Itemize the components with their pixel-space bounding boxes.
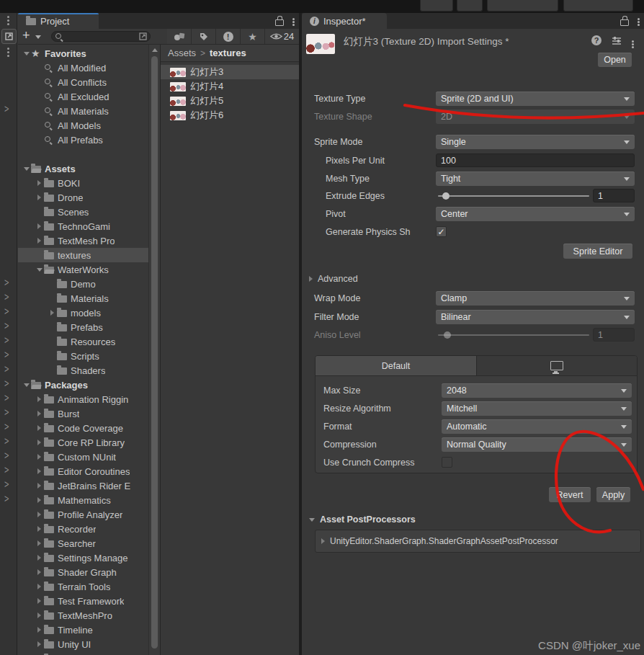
foldout-closed-icon[interactable] [37, 612, 41, 618]
tree-row[interactable]: Custom NUnit [18, 450, 148, 464]
toolbar-partial-button[interactable] [420, 0, 453, 12]
tree-row[interactable]: Unity UI [18, 637, 148, 651]
tree-row[interactable]: TextMesh Pro [18, 233, 148, 248]
add-asset-dropdown-icon[interactable] [35, 35, 41, 39]
collapse-chevron-icon[interactable]: > [4, 336, 9, 346]
collapse-chevron-icon[interactable]: > [4, 437, 9, 447]
unlock-icon[interactable] [275, 19, 284, 26]
foldout-closed-icon[interactable] [37, 483, 41, 489]
platform-tab-default[interactable]: Default [316, 356, 476, 375]
foldout-closed-icon[interactable] [37, 454, 41, 460]
collapse-chevron-icon[interactable]: > [4, 379, 9, 389]
tree-row[interactable]: Shader Graph [18, 565, 148, 579]
tree-row[interactable]: JetBrains Rider E [18, 478, 148, 493]
sprite-mode-dropdown[interactable]: Single [436, 135, 635, 149]
apply-button[interactable]: Apply [596, 487, 630, 502]
foldout-closed-icon[interactable] [37, 512, 41, 517]
resize-algorithm-dropdown[interactable]: Mitchell [442, 401, 632, 416]
tree-row[interactable]: Test Framework [18, 594, 148, 608]
foldout-closed-icon[interactable] [37, 569, 41, 575]
file-row[interactable]: 幻灯片4 [161, 79, 299, 94]
tree-row[interactable]: Terrain Tools [18, 579, 148, 594]
tree-row[interactable]: All Prefabs [18, 133, 148, 147]
collapse-chevron-icon[interactable]: > [4, 365, 9, 375]
filter-by-type-button[interactable] [167, 29, 192, 44]
breadcrumb-root[interactable]: Assets [168, 48, 196, 58]
file-row[interactable]: 幻灯片6 [161, 108, 299, 122]
foldout-closed-icon[interactable] [37, 598, 41, 604]
tree-row[interactable]: Editor Coroutines [18, 464, 148, 478]
tree-row[interactable]: All Models [18, 118, 148, 133]
layout-dropdown-partial[interactable] [563, 0, 633, 12]
use-crunch-checkbox[interactable] [442, 457, 452, 468]
extrude-edges-slider[interactable] [438, 195, 589, 197]
postprocessor-item[interactable]: UnityEditor.ShaderGraph.ShaderGraphAsset… [315, 530, 641, 553]
foldout-closed-icon[interactable] [37, 468, 41, 474]
tree-row[interactable]: Scripts [18, 349, 148, 363]
collapse-chevron-icon[interactable]: > [4, 307, 9, 317]
collapse-chevron-icon[interactable]: > [4, 104, 9, 115]
tree-row[interactable]: ★Favorites [18, 46, 148, 61]
collapse-chevron-icon[interactable]: > [4, 350, 9, 360]
kebab-menu-icon[interactable] [7, 16, 9, 18]
tree-row[interactable]: Universal RP [18, 651, 148, 655]
tree-row[interactable]: Profile Analyzer [18, 507, 148, 522]
pivot-dropdown[interactable]: Center [436, 207, 635, 221]
collapse-chevron-icon[interactable]: > [4, 293, 9, 303]
foldout-closed-icon[interactable] [50, 310, 54, 316]
kebab-menu-icon[interactable] [7, 48, 9, 50]
tree-row[interactable]: Animation Riggin [18, 392, 148, 406]
kebab-menu-icon[interactable] [632, 40, 634, 43]
add-asset-button[interactable]: + [22, 28, 30, 43]
scrollbar-thumb[interactable] [151, 56, 158, 649]
foldout-closed-icon[interactable] [37, 238, 41, 244]
tree-row[interactable]: Recorder [18, 522, 148, 536]
kebab-menu-icon[interactable] [638, 18, 640, 20]
texture-type-dropdown[interactable]: Sprite (2D and UI) [436, 92, 635, 106]
tree-row[interactable]: Timeline [18, 623, 148, 637]
foldout-closed-icon[interactable] [37, 584, 41, 589]
open-button[interactable]: Open [598, 53, 632, 67]
file-row[interactable]: 幻灯片5 [161, 94, 299, 108]
foldout-open-icon[interactable] [24, 167, 30, 171]
tree-row[interactable]: Packages [18, 378, 148, 392]
collapse-chevron-icon[interactable]: > [4, 494, 9, 504]
platform-tab-standalone[interactable] [476, 356, 637, 375]
advanced-foldout[interactable]: Advanced [309, 272, 358, 285]
toolbar-partial-button[interactable] [457, 0, 483, 12]
tree-row[interactable]: All Modified [18, 61, 148, 75]
collapse-chevron-icon[interactable]: > [4, 465, 9, 476]
tree-row[interactable]: Resources [18, 334, 148, 349]
tree-row[interactable]: Searcher [18, 536, 148, 551]
foldout-closed-icon[interactable] [37, 526, 41, 532]
tree-row[interactable]: Code Coverage [18, 421, 148, 435]
presets-icon[interactable] [612, 36, 622, 45]
foldout-closed-icon[interactable] [37, 195, 41, 200]
asset-postprocessors-foldout[interactable]: Asset PostProcessors [309, 513, 416, 526]
collapse-chevron-icon[interactable]: > [4, 422, 9, 432]
hidden-packages-warning-button[interactable]: ! [216, 29, 241, 44]
favorites-filter-button[interactable]: ★ [241, 29, 265, 44]
extrude-edges-slider-thumb[interactable] [442, 192, 450, 200]
file-row[interactable]: 幻灯片3 [161, 65, 299, 79]
filter-by-label-button[interactable] [192, 29, 216, 44]
collapse-chevron-icon[interactable]: > [4, 278, 9, 288]
tab-project[interactable]: Project [18, 13, 99, 29]
search-input[interactable] [51, 31, 151, 42]
tree-row[interactable]: TechnoGami [18, 219, 148, 233]
tree-row[interactable]: Prefabs [18, 320, 148, 334]
tree-row[interactable]: models [18, 306, 148, 320]
foldout-open-icon[interactable] [37, 268, 43, 272]
foldout-closed-icon[interactable] [37, 540, 41, 546]
unlock-icon[interactable] [620, 19, 629, 26]
pixels-per-unit-field[interactable]: 100 [436, 153, 635, 167]
tree-row[interactable]: BOKI [18, 176, 148, 190]
foldout-closed-icon[interactable] [37, 555, 41, 561]
tree-row[interactable]: Mathematics [18, 493, 148, 507]
format-dropdown[interactable]: Automatic [442, 419, 632, 434]
max-size-dropdown[interactable]: 2048 [442, 383, 632, 398]
foldout-closed-icon[interactable] [37, 497, 41, 503]
help-icon[interactable]: ? [591, 35, 601, 45]
collapse-chevron-icon[interactable]: > [4, 393, 9, 404]
scroll-up-arrow[interactable] [152, 48, 158, 52]
